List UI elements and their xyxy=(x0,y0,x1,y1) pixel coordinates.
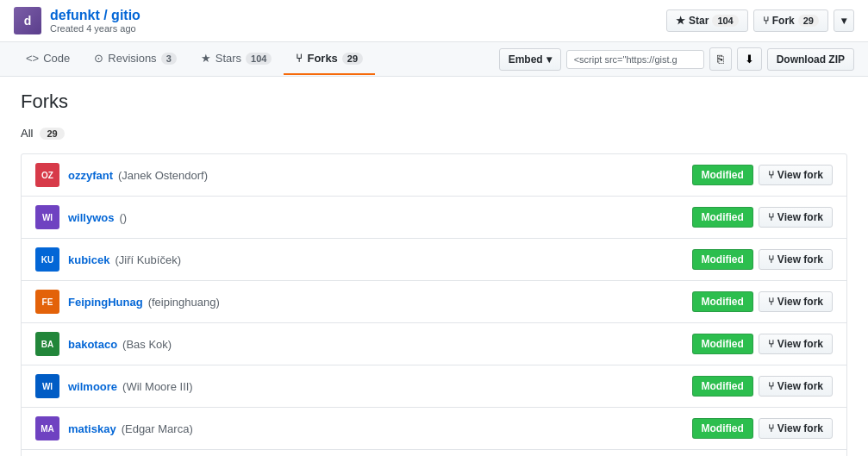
star-icon: ★ xyxy=(676,15,685,27)
embed-button[interactable]: Embed ▾ xyxy=(499,48,561,71)
copy-button[interactable]: ⎘ xyxy=(709,47,732,71)
view-fork-button[interactable]: ⑂ View fork xyxy=(759,165,833,185)
avatar: KU xyxy=(35,247,59,272)
modified-badge: Modified xyxy=(692,418,753,439)
tab-code[interactable]: <> Code xyxy=(14,43,82,75)
toolbar: Embed ▾ ⎘ ⬇ Download ZIP xyxy=(499,42,854,76)
fork-username[interactable]: matiskay xyxy=(68,422,116,435)
fork-small-icon: ⑂ xyxy=(768,169,774,181)
view-fork-button[interactable]: ⑂ View fork xyxy=(759,207,833,228)
tab-revisions[interactable]: ⊙ Revisions 3 xyxy=(82,43,188,75)
modified-badge: Modified xyxy=(692,291,753,312)
fork-realname: (Wil Moore III) xyxy=(122,380,193,393)
fork-button[interactable]: ⑂ Fork 29 xyxy=(753,9,828,32)
header-actions: ★ Star 104 ⑂ Fork 29 ▾ xyxy=(666,9,854,32)
fork-realname: (feipinghuang) xyxy=(148,296,220,309)
view-fork-button[interactable]: ⑂ View fork xyxy=(759,291,833,312)
code-icon: <> xyxy=(26,52,39,65)
fork-user-info: bakotaco (Bas Kok) xyxy=(68,338,692,351)
star-button[interactable]: ★ Star 104 xyxy=(666,9,748,32)
embed-chevron-icon: ▾ xyxy=(546,53,552,66)
fork-actions: Modified ⑂ View fork xyxy=(692,334,833,354)
fork-realname: () xyxy=(119,211,127,224)
script-input[interactable] xyxy=(566,50,704,69)
fork-actions: Modified ⑂ View fork xyxy=(692,376,833,397)
filter-total-count: 29 xyxy=(40,128,64,140)
fork-username[interactable]: willywos xyxy=(68,211,114,224)
fork-icon: ⑂ xyxy=(763,15,769,27)
fork-username[interactable]: kubicek xyxy=(68,253,109,266)
fork-actions: Modified ⑂ View fork xyxy=(692,291,833,312)
filter-all-label: All xyxy=(21,127,33,140)
fork-realname: (Edgar Marca) xyxy=(122,422,193,435)
view-fork-button[interactable]: ⑂ View fork xyxy=(759,376,833,397)
avatar: WI xyxy=(35,374,59,398)
tab-revisions-label: Revisions xyxy=(108,52,156,65)
table-row: IS isao (Isao Yagi) Modified ⑂ View fork xyxy=(22,450,846,456)
fork-count: 29 xyxy=(798,15,819,27)
modified-badge: Modified xyxy=(692,207,753,228)
stars-icon: ★ xyxy=(201,52,211,65)
page-heading: Forks xyxy=(21,91,847,113)
tab-stars-label: Stars xyxy=(215,52,241,65)
modified-badge: Modified xyxy=(692,376,753,397)
repo-title: defunkt / gitio Created 4 years ago xyxy=(50,8,141,34)
fork-username[interactable]: FeipingHunag xyxy=(68,296,143,309)
fork-user-info: matiskay (Edgar Marca) xyxy=(68,422,692,435)
avatar: d xyxy=(14,7,41,34)
raw-button[interactable]: ⬇ xyxy=(737,47,762,71)
options-button[interactable]: ▾ xyxy=(834,9,854,32)
avatar: MA xyxy=(35,416,59,440)
nav-tabs-bar: <> Code ⊙ Revisions 3 ★ Stars 104 ⑂ Fork… xyxy=(0,42,868,77)
fork-username[interactable]: wilmoore xyxy=(68,380,117,393)
avatar: WI xyxy=(35,205,59,229)
view-fork-button[interactable]: ⑂ View fork xyxy=(759,334,833,354)
chevron-down-icon: ▾ xyxy=(841,15,846,27)
fork-username[interactable]: ozzyfant xyxy=(68,169,113,182)
avatar: FE xyxy=(35,290,59,314)
fork-actions: Modified ⑂ View fork xyxy=(692,165,833,185)
tab-stars[interactable]: ★ Stars 104 xyxy=(189,43,284,75)
view-fork-label: View fork xyxy=(777,296,823,308)
fork-actions: Modified ⑂ View fork xyxy=(692,207,833,228)
filter-bar: All 29 xyxy=(21,127,847,140)
fork-actions: Modified ⑂ View fork xyxy=(692,249,833,270)
fork-user-info: FeipingHunag (feipinghuang) xyxy=(68,296,692,309)
stars-count: 104 xyxy=(246,53,272,65)
tab-forks[interactable]: ⑂ Forks 29 xyxy=(284,43,375,75)
view-fork-button[interactable]: ⑂ View fork xyxy=(759,418,833,439)
fork-small-icon: ⑂ xyxy=(768,211,774,223)
embed-label: Embed xyxy=(509,53,543,66)
star-count: 104 xyxy=(712,15,738,27)
avatar: BA xyxy=(35,332,59,356)
view-fork-button[interactable]: ⑂ View fork xyxy=(759,249,833,270)
download-zip-button[interactable]: Download ZIP xyxy=(767,48,854,71)
view-fork-label: View fork xyxy=(777,169,823,181)
raw-icon: ⬇ xyxy=(745,53,754,66)
fork-small-icon: ⑂ xyxy=(768,380,774,392)
download-label: Download ZIP xyxy=(777,53,845,66)
fork-user-info: wilmoore (Wil Moore III) xyxy=(68,380,692,393)
forks-icon: ⑂ xyxy=(296,52,303,65)
fork-username[interactable]: bakotaco xyxy=(68,338,117,351)
fork-user-info: kubicek (Jiří Kubíček) xyxy=(68,253,692,266)
header-left: d defunkt / gitio Created 4 years ago xyxy=(14,7,141,34)
table-row: MA matiskay (Edgar Marca) Modified ⑂ Vie… xyxy=(22,408,846,450)
forks-list: OZ ozzyfant (Janek Ostendorf) Modified ⑂… xyxy=(21,153,847,456)
fork-small-icon: ⑂ xyxy=(768,422,774,434)
table-row: KU kubicek (Jiří Kubíček) Modified ⑂ Vie… xyxy=(22,239,846,281)
fork-small-icon: ⑂ xyxy=(768,296,774,308)
view-fork-label: View fork xyxy=(777,422,823,434)
fork-user-info: willywos () xyxy=(68,211,692,224)
fork-label: Fork xyxy=(772,15,795,27)
revisions-count: 3 xyxy=(161,53,177,65)
tab-forks-label: Forks xyxy=(307,52,337,65)
table-row: WI wilmoore (Wil Moore III) Modified ⑂ V… xyxy=(22,365,846,408)
avatar: OZ xyxy=(35,163,59,187)
fork-user-info: ozzyfant (Janek Ostendorf) xyxy=(68,169,692,182)
repo-link[interactable]: defunkt / gitio xyxy=(50,8,141,23)
modified-badge: Modified xyxy=(692,249,753,270)
revisions-icon: ⊙ xyxy=(94,52,103,65)
fork-actions: Modified ⑂ View fork xyxy=(692,418,833,439)
page-header: d defunkt / gitio Created 4 years ago ★ … xyxy=(0,0,868,42)
